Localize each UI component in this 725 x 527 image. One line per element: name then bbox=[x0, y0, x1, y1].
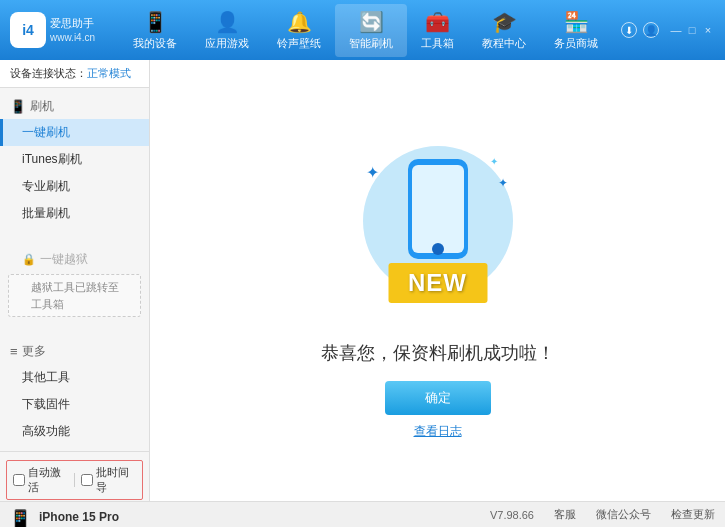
confirm-button[interactable]: 确定 bbox=[385, 381, 491, 415]
device-phone-icon: 📱 bbox=[8, 508, 33, 527]
user-button[interactable]: 👤 bbox=[643, 22, 659, 38]
timed-boot-checkbox[interactable]: 批时间导 bbox=[81, 465, 136, 495]
nav-toolbox[interactable]: 🧰 工具箱 bbox=[407, 4, 468, 57]
auto-options-container: 自动激活 批时间导 bbox=[6, 460, 143, 500]
sparkle-right: ✦ bbox=[498, 176, 508, 190]
sidebar-bottom: 自动激活 批时间导 📱 iPhone 15 Pro Max 512GB iPho… bbox=[0, 451, 149, 527]
minimize-button[interactable]: — bbox=[669, 23, 683, 37]
view-log-link[interactable]: 查看日志 bbox=[414, 423, 462, 440]
logo-icon: i4 bbox=[10, 12, 46, 48]
version-text: V7.98.66 bbox=[490, 509, 534, 521]
nav-ringtone[interactable]: 🔔 铃声壁纸 bbox=[263, 4, 335, 57]
sidebar-item-advanced[interactable]: 高级功能 bbox=[0, 418, 149, 445]
tutorial-icon: 🎓 bbox=[492, 10, 517, 34]
success-illustration: NEW ✦ ✦ ✦ bbox=[338, 121, 538, 321]
success-text: 恭喜您，保资料刷机成功啦！ bbox=[321, 341, 555, 365]
sidebar-jailbreak-disabled: 🔒 一键越狱 bbox=[0, 247, 149, 272]
ringtone-icon: 🔔 bbox=[287, 10, 312, 34]
sparkle-top: ✦ bbox=[490, 156, 498, 167]
flash-icon: 🔄 bbox=[359, 10, 384, 34]
sidebar-item-download-firmware[interactable]: 下载固件 bbox=[0, 391, 149, 418]
window-controls: — □ × bbox=[669, 23, 715, 37]
footer-check-update[interactable]: 检查更新 bbox=[671, 507, 715, 522]
phone-body bbox=[408, 159, 468, 259]
logo: i4 爱思助手 www.i4.cn bbox=[10, 12, 110, 48]
device-details: iPhone 15 Pro Max 512GB iPhone bbox=[39, 508, 141, 527]
download-button[interactable]: ⬇ bbox=[621, 22, 637, 38]
sidebar-jailbreak-section: 🔒 一键越狱 越狱工具已跳转至工具箱 bbox=[0, 241, 149, 325]
sidebar-flash-section: 📱 刷机 一键刷机 iTunes刷机 专业刷机 批量刷机 bbox=[0, 88, 149, 233]
lock-icon: 🔒 bbox=[22, 253, 36, 266]
header-right: ⬇ 👤 — □ × bbox=[621, 22, 715, 38]
nav-app-game[interactable]: 👤 应用游戏 bbox=[191, 4, 263, 57]
home-btn bbox=[432, 243, 444, 255]
footer-wechat[interactable]: 微信公众号 bbox=[596, 507, 651, 522]
sidebar-item-one-click-flash[interactable]: 一键刷机 bbox=[0, 119, 149, 146]
sidebar-group-flash: 📱 刷机 bbox=[0, 94, 149, 119]
sidebar-jailbreak-note: 越狱工具已跳转至工具箱 bbox=[8, 274, 141, 317]
sidebar-more-section: ≡ 更多 其他工具 下载固件 高级功能 bbox=[0, 333, 149, 451]
close-button[interactable]: × bbox=[701, 23, 715, 37]
maximize-button[interactable]: □ bbox=[685, 23, 699, 37]
sidebar-item-itunes-flash[interactable]: iTunes刷机 bbox=[0, 146, 149, 173]
sidebar-item-other-tools[interactable]: 其他工具 bbox=[0, 364, 149, 391]
sidebar-item-batch-flash[interactable]: 批量刷机 bbox=[0, 200, 149, 227]
device-info: 📱 iPhone 15 Pro Max 512GB iPhone bbox=[0, 504, 149, 527]
flash-group-icon: 📱 bbox=[10, 99, 26, 114]
options-divider bbox=[74, 473, 75, 487]
service-icon: 🏪 bbox=[564, 10, 589, 34]
phone-screen bbox=[412, 165, 464, 253]
nav-my-device[interactable]: 📱 我的设备 bbox=[119, 4, 191, 57]
nav-tutorial[interactable]: 🎓 教程中心 bbox=[468, 4, 540, 57]
content-area: NEW ✦ ✦ ✦ 恭喜您，保资料刷机成功啦！ 确定 查看日志 bbox=[150, 60, 725, 501]
header: i4 爱思助手 www.i4.cn 📱 我的设备 👤 应用游戏 🔔 铃声壁纸 🔄… bbox=[0, 0, 725, 60]
sidebar-group-more: ≡ 更多 bbox=[0, 339, 149, 364]
logo-text: 爱思助手 www.i4.cn bbox=[50, 16, 95, 43]
timed-boot-input[interactable] bbox=[81, 474, 93, 486]
sparkle-left: ✦ bbox=[366, 163, 379, 182]
new-badge: NEW bbox=[388, 263, 487, 303]
footer-customer-service[interactable]: 客服 bbox=[554, 507, 576, 522]
sidebar-status: 设备连接状态：正常模式 bbox=[0, 60, 149, 88]
more-group-icon: ≡ bbox=[10, 344, 18, 359]
sidebar: 设备连接状态：正常模式 📱 刷机 一键刷机 iTunes刷机 专业刷机 批量刷机 bbox=[0, 60, 150, 501]
nav-service[interactable]: 🏪 务员商城 bbox=[540, 4, 612, 57]
nav-smart-flash[interactable]: 🔄 智能刷机 bbox=[335, 4, 407, 57]
auto-activate-checkbox[interactable]: 自动激活 bbox=[13, 465, 68, 495]
nav-bar: 📱 我的设备 👤 应用游戏 🔔 铃声壁纸 🔄 智能刷机 🧰 工具箱 🎓 教程中心… bbox=[110, 4, 621, 57]
app-icon: 👤 bbox=[215, 10, 240, 34]
toolbox-icon: 🧰 bbox=[425, 10, 450, 34]
auto-activate-input[interactable] bbox=[13, 474, 25, 486]
main: 设备连接状态：正常模式 📱 刷机 一键刷机 iTunes刷机 专业刷机 批量刷机 bbox=[0, 60, 725, 501]
sidebar-item-pro-flash[interactable]: 专业刷机 bbox=[0, 173, 149, 200]
device-icon: 📱 bbox=[143, 10, 168, 34]
